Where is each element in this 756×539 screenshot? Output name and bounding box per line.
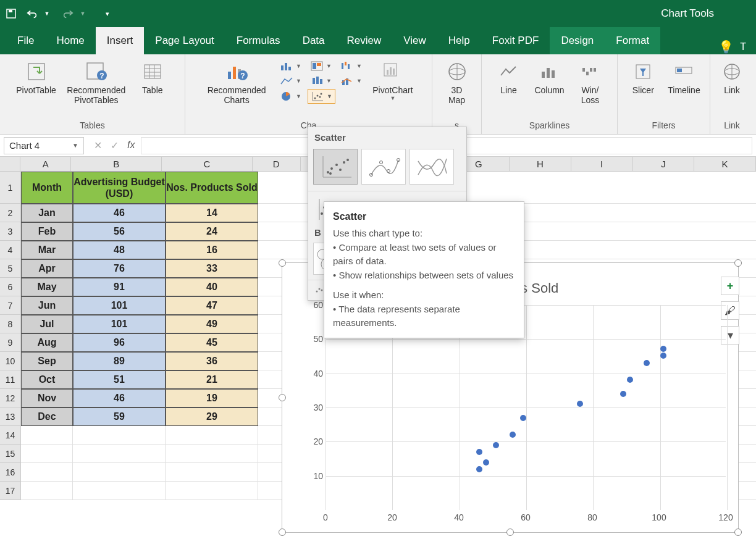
scatter-chart-button[interactable]: ▼ bbox=[308, 89, 335, 104]
data-point[interactable] bbox=[577, 401, 583, 407]
3d-map-button[interactable]: 3D Map bbox=[439, 57, 476, 107]
chart-handle-w[interactable] bbox=[279, 394, 286, 401]
statistic-chart-button[interactable]: ▼ bbox=[308, 74, 334, 88]
header-month[interactable]: Month bbox=[21, 172, 73, 204]
chart-handle-s[interactable] bbox=[506, 529, 514, 536]
cell-budget[interactable]: 76 bbox=[73, 259, 166, 278]
cell-month[interactable]: Feb bbox=[21, 222, 73, 241]
scatter-option-markers[interactable] bbox=[313, 149, 358, 185]
col-header-K[interactable]: K bbox=[694, 157, 756, 171]
chart-handle-nw[interactable] bbox=[279, 259, 286, 267]
undo-dropdown-icon[interactable]: ▼ bbox=[41, 7, 53, 20]
combo-chart-button[interactable]: ▼ bbox=[338, 74, 364, 88]
col-header-D[interactable]: D bbox=[253, 157, 301, 171]
col-header-J[interactable]: J bbox=[633, 157, 695, 171]
row-header[interactable]: 7 bbox=[0, 296, 21, 315]
row-header[interactable]: 12 bbox=[0, 389, 21, 407]
empty-cell[interactable] bbox=[21, 463, 73, 482]
chart-handle-sw[interactable] bbox=[279, 529, 286, 536]
tell-me-label[interactable]: T bbox=[740, 41, 746, 52]
col-header-A[interactable]: A bbox=[20, 157, 71, 171]
chart-elements-button[interactable]: + bbox=[721, 277, 739, 295]
cell-budget[interactable]: 91 bbox=[73, 278, 166, 296]
cell-budget[interactable]: 46 bbox=[73, 204, 166, 222]
empty-cell[interactable] bbox=[73, 463, 166, 482]
empty-cell[interactable] bbox=[73, 482, 166, 500]
sparkline-winloss-button[interactable]: Win/ Loss bbox=[572, 57, 609, 107]
empty-cell[interactable] bbox=[166, 463, 258, 482]
row-header[interactable]: 13 bbox=[0, 407, 21, 426]
cell-month[interactable]: May bbox=[21, 278, 73, 296]
data-point[interactable] bbox=[476, 466, 482, 472]
data-point[interactable] bbox=[627, 377, 633, 383]
row-header[interactable]: 14 bbox=[0, 426, 21, 445]
cell-month[interactable]: Nov bbox=[21, 389, 73, 407]
fx-icon[interactable]: fx bbox=[127, 140, 135, 151]
cell-budget[interactable]: 51 bbox=[73, 370, 166, 389]
data-point[interactable] bbox=[620, 391, 626, 397]
formula-cancel-icon[interactable]: ✕ bbox=[94, 140, 102, 151]
save-icon[interactable] bbox=[5, 7, 17, 20]
sparkline-column-button[interactable]: Column bbox=[531, 57, 568, 98]
link-button[interactable]: Link bbox=[713, 57, 750, 98]
cell-sold[interactable]: 24 bbox=[166, 222, 258, 241]
chart-handle-ne[interactable] bbox=[734, 259, 742, 267]
row-header[interactable]: 3 bbox=[0, 222, 21, 241]
scatter-option-smooth-markers[interactable] bbox=[361, 149, 406, 185]
slicer-button[interactable]: Slicer bbox=[624, 57, 662, 98]
cell-sold[interactable]: 29 bbox=[166, 407, 258, 426]
tab-home[interactable]: Home bbox=[45, 27, 95, 54]
tab-review[interactable]: Review bbox=[336, 27, 393, 54]
cell-month[interactable]: Jul bbox=[21, 315, 73, 333]
row-header[interactable]: 2 bbox=[0, 204, 21, 222]
tab-help[interactable]: Help bbox=[437, 27, 481, 54]
tab-formulas[interactable]: Formulas bbox=[225, 27, 292, 54]
name-box[interactable]: Chart 4 ▼ bbox=[4, 137, 84, 154]
row-header[interactable]: 4 bbox=[0, 241, 21, 259]
select-all-corner[interactable] bbox=[0, 157, 20, 171]
tab-page-layout[interactable]: Page Layout bbox=[144, 27, 225, 54]
line-chart-button[interactable]: ▼ bbox=[277, 74, 304, 88]
tab-data[interactable]: Data bbox=[292, 27, 336, 54]
tab-design[interactable]: Design bbox=[550, 27, 605, 54]
cell-sold[interactable]: 36 bbox=[166, 352, 258, 370]
cell-budget[interactable]: 96 bbox=[73, 333, 166, 352]
data-point[interactable] bbox=[483, 459, 489, 466]
pivot-table-button[interactable]: PivotTable bbox=[14, 57, 59, 98]
cell-sold[interactable]: 16 bbox=[166, 241, 258, 259]
undo-icon[interactable] bbox=[26, 7, 38, 20]
header-budget[interactable]: Advertising Budget (USD) bbox=[73, 172, 166, 204]
cell-budget[interactable]: 56 bbox=[73, 222, 166, 241]
data-point[interactable] bbox=[476, 449, 482, 455]
data-point[interactable] bbox=[644, 360, 650, 366]
row-header[interactable]: 5 bbox=[0, 259, 21, 278]
cell-month[interactable]: Mar bbox=[21, 241, 73, 259]
empty-cell[interactable] bbox=[73, 426, 166, 445]
namebox-dropdown-icon[interactable]: ▼ bbox=[72, 142, 78, 149]
formula-enter-icon[interactable]: ✓ bbox=[111, 140, 119, 151]
waterfall-chart-button[interactable]: ▼ bbox=[338, 59, 364, 73]
empty-cell[interactable] bbox=[73, 445, 166, 463]
row-header[interactable]: 8 bbox=[0, 315, 21, 333]
empty-cell[interactable] bbox=[21, 445, 73, 463]
data-point[interactable] bbox=[493, 442, 499, 448]
recommended-charts-button[interactable]: ? Recommended Charts bbox=[200, 57, 274, 107]
tab-foxit[interactable]: Foxit PDF bbox=[481, 27, 550, 54]
sparkline-line-button[interactable]: Line bbox=[490, 57, 527, 98]
cell-month[interactable]: Dec bbox=[21, 407, 73, 426]
row-header[interactable]: 15 bbox=[0, 445, 21, 463]
cell-budget[interactable]: 89 bbox=[73, 352, 166, 370]
tab-file[interactable]: File bbox=[6, 27, 45, 54]
scatter-option-smooth-lines[interactable] bbox=[410, 149, 454, 185]
cell-month[interactable]: Aug bbox=[21, 333, 73, 352]
tab-insert[interactable]: Insert bbox=[96, 27, 145, 54]
empty-cell[interactable] bbox=[21, 482, 73, 500]
empty-cell[interactable] bbox=[166, 482, 258, 500]
cell-sold[interactable]: 14 bbox=[166, 204, 258, 222]
lightbulb-icon[interactable]: 💡 bbox=[718, 40, 734, 54]
row-header[interactable]: 11 bbox=[0, 370, 21, 389]
col-header-H[interactable]: H bbox=[510, 157, 571, 171]
cell-budget[interactable]: 46 bbox=[73, 389, 166, 407]
cell-budget[interactable]: 48 bbox=[73, 241, 166, 259]
redo-icon[interactable] bbox=[62, 7, 74, 20]
